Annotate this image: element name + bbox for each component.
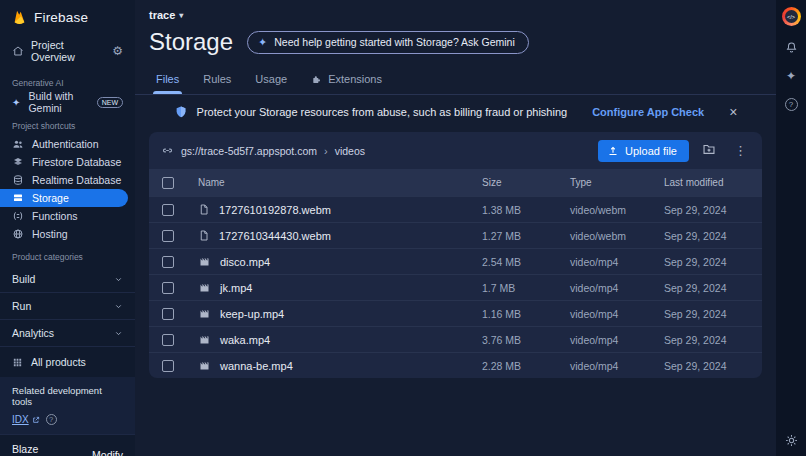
- video-icon: [198, 256, 211, 268]
- file-size: 2.54 MB: [482, 256, 570, 268]
- sidebar-item-project-overview[interactable]: Project Overview ⚙: [0, 33, 135, 69]
- category-analytics[interactable]: Analytics: [0, 320, 135, 347]
- file-name: jk.mp4: [220, 282, 252, 294]
- file-icon: [198, 203, 210, 216]
- shortcut-label: Functions: [32, 210, 78, 222]
- account-avatar[interactable]: </>: [782, 7, 801, 26]
- shield-icon: [174, 105, 188, 119]
- project-overview-label: Project Overview: [31, 39, 105, 63]
- file-name: 1727610344430.webm: [219, 230, 331, 242]
- file-type: video/mp4: [570, 360, 664, 372]
- sidebar-item-authentication[interactable]: Authentication: [0, 135, 135, 153]
- table-row[interactable]: keep-up.mp4 1.16 MB video/mp4 Sep 29, 20…: [149, 300, 762, 326]
- category-label: Analytics: [12, 327, 54, 339]
- sidebar-item-functions[interactable]: Functions: [0, 207, 135, 225]
- sidebar-item-all-products[interactable]: All products: [0, 347, 135, 377]
- table-row[interactable]: 1727610344430.webm 1.27 MB video/webm Se…: [149, 222, 762, 248]
- plan-name: Blaze: [12, 443, 63, 455]
- table-row[interactable]: 1727610192878.webm 1.38 MB video/webm Se…: [149, 196, 762, 222]
- more-options-button[interactable]: ⋮: [729, 140, 752, 161]
- firebase-brand[interactable]: Firebase: [0, 0, 135, 33]
- app-check-banner: Protect your Storage resources from abus…: [174, 105, 738, 119]
- folder-plus-icon: [702, 142, 716, 156]
- file-size: 1.7 MB: [482, 282, 570, 294]
- file-modified: Sep 29, 2024: [664, 360, 752, 372]
- column-type[interactable]: Type: [570, 177, 664, 188]
- file-name: wanna-be.mp4: [220, 360, 293, 372]
- row-checkbox[interactable]: [162, 204, 174, 216]
- globe-icon: [12, 228, 24, 240]
- gear-icon[interactable]: ⚙: [112, 44, 123, 58]
- ask-gemini-button[interactable]: ✦ Need help getting started with Storage…: [247, 31, 529, 54]
- file-type: video/mp4: [570, 282, 664, 294]
- help-icon[interactable]: ?: [785, 98, 798, 111]
- sidebar-item-build-with-gemini[interactable]: ✦ Build with Gemini NEW: [0, 92, 135, 112]
- page-title: Storage: [149, 28, 233, 56]
- column-modified[interactable]: Last modified: [664, 177, 752, 188]
- upload-icon: [607, 145, 619, 157]
- create-folder-button[interactable]: [697, 139, 721, 162]
- video-icon: [198, 360, 211, 372]
- chevron-down-icon: [114, 302, 123, 311]
- notifications-bell-icon[interactable]: [785, 41, 798, 54]
- tab-rules[interactable]: Rules: [192, 65, 242, 94]
- close-icon[interactable]: ×: [729, 105, 737, 119]
- shortcut-label: Realtime Database: [32, 174, 121, 186]
- configure-app-check-link[interactable]: Configure App Check: [592, 106, 704, 118]
- tab-label: Files: [156, 73, 179, 85]
- gemini-spark-icon: ✦: [258, 36, 267, 49]
- table-row[interactable]: jk.mp4 1.7 MB video/mp4 Sep 29, 2024: [149, 274, 762, 300]
- row-checkbox[interactable]: [162, 282, 174, 294]
- file-modified: Sep 29, 2024: [664, 204, 752, 216]
- upload-file-button[interactable]: Upload file: [598, 140, 689, 162]
- sidebar-item-storage[interactable]: Storage: [0, 189, 128, 207]
- sidebar-item-realtime-database[interactable]: Realtime Database: [0, 171, 135, 189]
- sidebar-item-hosting[interactable]: Hosting: [0, 225, 135, 243]
- help-icon[interactable]: ?: [46, 414, 57, 425]
- row-checkbox[interactable]: [162, 360, 174, 372]
- theme-sun-icon[interactable]: [785, 434, 798, 447]
- tab-label: Usage: [255, 73, 287, 85]
- caret-down-icon: ▾: [179, 11, 183, 20]
- product-categories-label: Product categories: [0, 243, 135, 266]
- project-selector[interactable]: trace ▾: [149, 9, 183, 21]
- modify-plan-button[interactable]: Modify: [92, 449, 123, 456]
- users-icon: [12, 138, 24, 150]
- table-row[interactable]: wanna-be.mp4 2.28 MB video/mp4 Sep 29, 2…: [149, 352, 762, 378]
- new-badge: NEW: [97, 97, 123, 108]
- upload-label: Upload file: [625, 145, 677, 157]
- category-run[interactable]: Run: [0, 293, 135, 320]
- file-table-body: 1727610192878.webm 1.38 MB video/webm Se…: [149, 196, 762, 378]
- bucket-path[interactable]: gs://trace-5d5f7.appspot.com: [181, 145, 317, 157]
- category-build[interactable]: Build: [0, 266, 135, 293]
- project-shortcuts-nav: Authentication Firestore Database Realti…: [0, 135, 135, 243]
- file-size: 1.38 MB: [482, 204, 570, 216]
- project-shortcuts-label: Project shortcuts: [0, 112, 135, 135]
- table-row[interactable]: disco.mp4 2.54 MB video/mp4 Sep 29, 2024: [149, 248, 762, 274]
- tab-usage[interactable]: Usage: [244, 65, 298, 94]
- select-all-checkbox[interactable]: [162, 177, 174, 189]
- column-name[interactable]: Name: [198, 177, 482, 188]
- file-browser-card: gs://trace-5d5f7.appspot.com › videos Up…: [149, 132, 762, 378]
- file-modified: Sep 29, 2024: [664, 230, 752, 242]
- tab-extensions[interactable]: Extensions: [300, 65, 393, 94]
- project-name: trace: [149, 9, 175, 21]
- related-tools-panel: Related development tools IDX ?: [0, 377, 135, 434]
- sidebar-item-firestore-database[interactable]: Firestore Database: [0, 153, 135, 171]
- table-row[interactable]: waka.mp4 3.76 MB video/mp4 Sep 29, 2024: [149, 326, 762, 352]
- row-checkbox[interactable]: [162, 256, 174, 268]
- more-vertical-icon: ⋮: [734, 143, 747, 158]
- file-name-cell: 1727610192878.webm: [198, 203, 482, 216]
- tab-files[interactable]: Files: [145, 65, 190, 94]
- file-size: 3.76 MB: [482, 334, 570, 346]
- row-checkbox[interactable]: [162, 308, 174, 320]
- row-checkbox[interactable]: [162, 230, 174, 242]
- column-size[interactable]: Size: [482, 177, 570, 188]
- file-name-cell: jk.mp4: [198, 282, 482, 294]
- spark-icon[interactable]: ✦: [786, 69, 796, 83]
- banner-message: Protect your Storage resources from abus…: [197, 106, 568, 118]
- shortcut-label: Storage: [32, 192, 69, 204]
- file-type: video/mp4: [570, 334, 664, 346]
- row-checkbox[interactable]: [162, 334, 174, 346]
- idx-link[interactable]: IDX: [12, 414, 40, 425]
